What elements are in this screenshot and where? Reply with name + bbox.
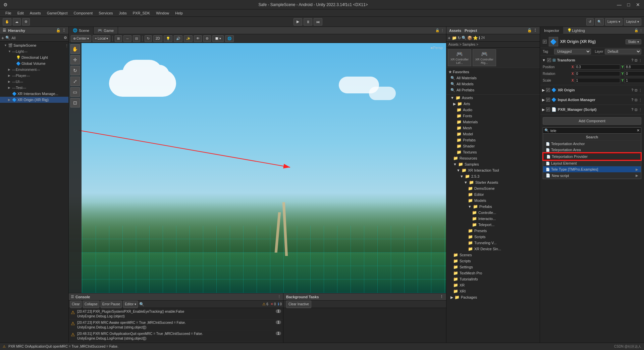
scale-tool[interactable]: ⤢ [70,77,80,86]
xr-origin-settings[interactable]: ⊡ [635,88,637,92]
project-presets[interactable]: 📁 Presets [446,228,540,234]
close-button[interactable]: ✕ [635,2,641,7]
xr-origin-menu[interactable]: ⋮ [639,88,642,92]
hierarchy-item-light[interactable]: ▼ ---Light--- [0,48,68,54]
project-lock-icon[interactable]: 🔓 [527,28,532,33]
pxr-help[interactable]: ? [631,108,633,112]
rot-y-input[interactable] [625,71,644,76]
project-xr[interactable]: 📁 XR [446,282,540,288]
search-project-icon[interactable]: 🔍 [462,36,467,40]
clear-button[interactable]: Clear [70,301,82,308]
pxr-manager-header[interactable]: ▶ 📄 PXR_Manager (Script) ? ⊡ ⋮ [540,106,644,113]
scale-x-input[interactable] [575,78,620,83]
pxr-menu[interactable]: ⋮ [639,108,642,112]
collapse-button[interactable]: Collapse [83,301,99,308]
transform-menu-icon[interactable]: ⋮ [639,58,642,62]
pause-button[interactable]: ⏸ [304,18,312,26]
input-action-menu[interactable]: ⋮ [639,98,642,102]
undo-history-button[interactable]: ↺ [586,18,594,26]
result-teleportation-provider[interactable]: 📄 Teleportation Provider [543,153,641,160]
hierarchy-item-environment[interactable]: ▶ ---Environment--- [0,67,68,73]
project-model[interactable]: 📁 Model [446,131,540,137]
input-action-settings[interactable]: ⊡ [635,98,637,102]
step-button[interactable]: ⏭ [314,18,322,26]
gizmos-button[interactable]: ⚙ [203,35,211,42]
package-icon[interactable]: 📦 [467,36,472,40]
lighting-button[interactable]: 💡 [164,35,172,42]
object-enabled-checkbox[interactable] [543,40,547,44]
editor-button[interactable]: Editor ▾ [123,301,138,308]
component-search-input[interactable] [550,129,635,133]
pos-x-input[interactable] [575,64,620,70]
aspect-button[interactable]: 🔲 ▾ [212,35,224,42]
xr-origin-header[interactable]: ▶ 🔷 XR Origin ? ⊡ ⋮ [540,87,644,93]
tab-scene[interactable]: 🌐 Scene [69,27,94,34]
search-button[interactable]: 🔍 [595,18,604,26]
add-component-button[interactable]: Add Component [543,117,641,125]
project-teleport[interactable]: 📁 Teleport... [446,222,540,228]
toolbar-settings[interactable]: ⚙ [22,18,30,26]
project-scripts[interactable]: 📁 Scripts [446,234,540,240]
hierarchy-item-ui[interactable]: ▶ ---UI--- [0,79,68,85]
toolbar-hand-tool[interactable]: ✋ [3,18,11,26]
console-message-2[interactable]: ⚠ [20:47:23] PXR MRC Awake openMRC = Tru… [69,320,283,331]
project-starter-assets[interactable]: ▼ 📁 Starter Assets [446,179,540,185]
console-message-3[interactable]: ⚠ [20:48:31] PXR MRC OnApplicationQuit o… [69,331,283,342]
result-teleportation-area[interactable]: 📄 Teleportation Area [543,147,641,153]
layers-dropdown[interactable]: Layers ▾ [605,18,623,26]
hierarchy-filter-icon[interactable]: ⚙ [64,36,67,40]
menu-pxr-sdk[interactable]: PXR_SDK [130,10,153,16]
local-button[interactable]: ⌖ Local ▾ [93,35,110,42]
hierarchy-item-test[interactable]: ▶ ---Test--- [0,85,68,91]
project-editor[interactable]: 📁 Editor [446,191,540,198]
tab-lighting[interactable]: 💡 Lighting [563,27,589,34]
asset-item-2[interactable]: 🎮 XR Controller Rig... [473,49,496,66]
clear-inactive-button[interactable]: Clear Inactive [286,301,311,308]
hierarchy-item-samplescene[interactable]: ▼ 🎬 SampleScene ⋮ [0,42,68,48]
project-samples[interactable]: ▼ 📁 Samples [446,161,540,167]
minimize-button[interactable]: — [616,2,622,7]
menu-services[interactable]: Services [96,10,115,16]
visibility-button[interactable]: 👁 [194,35,202,42]
hierarchy-item-xr-interaction[interactable]: ▶ 🔷 XR Interaction Manage... [0,91,68,97]
tab-inspector[interactable]: Inspector [540,27,563,34]
input-action-enabled[interactable] [546,98,550,102]
hierarchy-item-global-volume[interactable]: ▶ 🔷 Global Volume [0,60,68,67]
folder-icon[interactable]: 📁 [452,36,457,40]
scene-lock-icon[interactable]: 🔓 [435,29,439,32]
project-demoscene[interactable]: 📁 DemoScene [446,185,540,191]
menu-component[interactable]: Component [71,10,95,16]
search-console-icon[interactable]: 🔍 [139,302,144,307]
menu-jobs[interactable]: Jobs [116,10,129,16]
tab-game[interactable]: 🎮 Game [94,27,118,34]
rotate-tool[interactable]: ↻ [70,66,80,75]
project-settings[interactable]: 📁 Settings [446,264,540,270]
project-audio[interactable]: 📁 Audio [446,107,540,113]
rotate-gizmo[interactable]: ↻ [145,35,152,42]
menu-file[interactable]: File [3,10,14,16]
grid-button[interactable]: ⊞ [115,35,122,42]
project-models[interactable]: 📁 Models [446,198,540,204]
input-action-header[interactable]: ▶ 🔷 Input Action Manager ? ⊡ ⋮ [540,96,644,103]
hierarchy-item-directional-light[interactable]: ▶ 💡 Directional Light [0,54,68,60]
transform-help-icon[interactable]: ? [631,58,633,62]
snap-button[interactable]: ⊟ [133,35,140,42]
scale-y-input[interactable] [625,78,644,83]
pos-y-input[interactable] [625,64,644,70]
info-project-icon[interactable]: ℹ [479,36,480,40]
menu-gameobject[interactable]: GameObject [44,10,70,16]
project-mesh[interactable]: 📁 Mesh [446,125,540,131]
project-textmesh[interactable]: 📁 TextMesh Pro [446,270,540,276]
project-menu-icon[interactable]: ⋮ [533,28,537,33]
menu-window[interactable]: Window [153,10,172,16]
hand-tool[interactable]: ✋ [70,44,80,54]
star-icon[interactable]: ⭐ [473,36,478,40]
menu-assets[interactable]: Assets [27,10,44,16]
project-packages[interactable]: ▶ 📁 Packages [446,294,540,300]
center-button[interactable]: ⊕ Center ▾ [71,35,91,42]
project-xri[interactable]: 📁 XRI [446,288,540,294]
transform-settings-icon[interactable]: ⊡ [635,58,637,62]
project-scenes[interactable]: 📁 Scenes [446,252,540,258]
scene-canvas[interactable]: ✋ ✛ ↻ ⤢ ▭ ⊡ ◄Persp [69,43,446,293]
menu-edit[interactable]: Edit [15,10,26,16]
